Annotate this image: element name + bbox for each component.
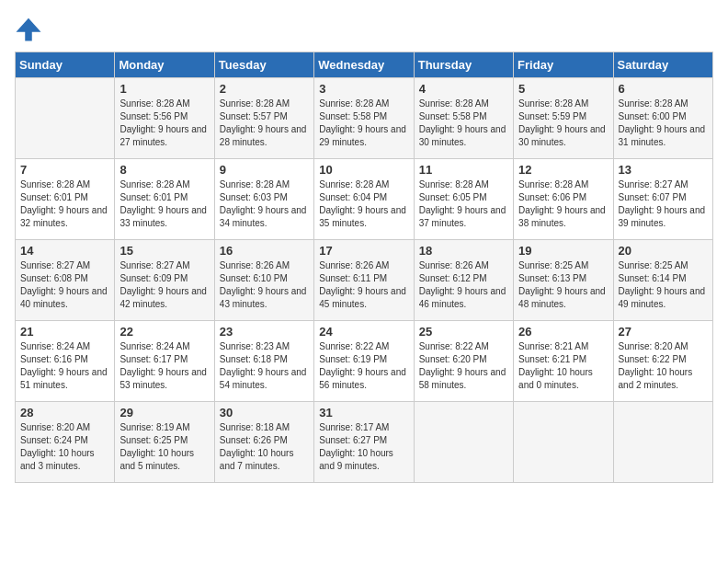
day-number: 21 <box>20 325 109 339</box>
cell-content: Sunrise: 8:24 AM Sunset: 6:16 PM Dayligh… <box>20 340 109 392</box>
cell-content: Sunrise: 8:26 AM Sunset: 6:10 PM Dayligh… <box>220 259 309 311</box>
cell-content: Sunrise: 8:24 AM Sunset: 6:17 PM Dayligh… <box>119 340 209 392</box>
day-number: 29 <box>119 406 209 419</box>
calendar-week-1: 1Sunrise: 8:28 AM Sunset: 5:56 PM Daylig… <box>16 78 713 159</box>
calendar-cell-6: 6Sunrise: 8:28 AM Sunset: 6:00 PM Daylig… <box>613 78 712 159</box>
day-number: 12 <box>518 163 608 177</box>
day-number: 27 <box>619 325 708 339</box>
cell-content: Sunrise: 8:20 AM Sunset: 6:24 PM Dayligh… <box>20 421 109 473</box>
cell-content: Sunrise: 8:25 AM Sunset: 6:14 PM Dayligh… <box>619 259 708 311</box>
day-number: 31 <box>319 406 408 419</box>
calendar-week-5: 28Sunrise: 8:20 AM Sunset: 6:24 PM Dayli… <box>16 402 713 483</box>
calendar-week-3: 14Sunrise: 8:27 AM Sunset: 6:08 PM Dayli… <box>16 240 713 321</box>
day-number: 7 <box>20 163 109 177</box>
calendar-cell-14: 14Sunrise: 8:27 AM Sunset: 6:08 PM Dayli… <box>16 240 115 321</box>
header-monday: Monday <box>115 52 214 78</box>
day-number: 8 <box>119 163 209 177</box>
day-number: 15 <box>119 244 209 258</box>
cell-content: Sunrise: 8:19 AM Sunset: 6:25 PM Dayligh… <box>119 421 209 473</box>
calendar-cell-empty <box>514 402 613 483</box>
day-number: 10 <box>319 163 408 177</box>
calendar-cell-empty <box>414 402 513 483</box>
calendar-cell-8: 8Sunrise: 8:28 AM Sunset: 6:01 PM Daylig… <box>115 159 214 240</box>
day-number: 24 <box>319 325 408 339</box>
day-number: 19 <box>518 244 608 258</box>
page-header <box>15 15 713 42</box>
cell-content: Sunrise: 8:28 AM Sunset: 6:00 PM Dayligh… <box>619 98 708 149</box>
header-friday: Friday <box>514 52 613 78</box>
calendar-cell-9: 9Sunrise: 8:28 AM Sunset: 6:03 PM Daylig… <box>214 159 313 240</box>
calendar-cell-empty <box>613 402 712 483</box>
calendar-cell-25: 25Sunrise: 8:22 AM Sunset: 6:20 PM Dayli… <box>414 321 513 402</box>
calendar-cell-11: 11Sunrise: 8:28 AM Sunset: 6:05 PM Dayli… <box>414 159 513 240</box>
cell-content: Sunrise: 8:21 AM Sunset: 6:21 PM Dayligh… <box>518 340 608 392</box>
cell-content: Sunrise: 8:28 AM Sunset: 6:05 PM Dayligh… <box>419 178 508 230</box>
cell-content: Sunrise: 8:27 AM Sunset: 6:07 PM Dayligh… <box>619 178 708 230</box>
svg-marker-0 <box>17 18 41 41</box>
calendar-cell-empty <box>16 78 115 159</box>
cell-content: Sunrise: 8:22 AM Sunset: 6:20 PM Dayligh… <box>419 340 508 392</box>
cell-content: Sunrise: 8:28 AM Sunset: 5:56 PM Dayligh… <box>119 98 209 149</box>
day-number: 16 <box>220 244 309 258</box>
cell-content: Sunrise: 8:28 AM Sunset: 5:58 PM Dayligh… <box>419 98 508 149</box>
cell-content: Sunrise: 8:23 AM Sunset: 6:18 PM Dayligh… <box>220 340 309 392</box>
calendar-cell-23: 23Sunrise: 8:23 AM Sunset: 6:18 PM Dayli… <box>214 321 313 402</box>
day-number: 22 <box>119 325 209 339</box>
cell-content: Sunrise: 8:28 AM Sunset: 6:03 PM Dayligh… <box>220 178 309 230</box>
cell-content: Sunrise: 8:28 AM Sunset: 6:06 PM Dayligh… <box>518 178 608 230</box>
day-number: 23 <box>220 325 309 339</box>
day-number: 14 <box>20 244 109 258</box>
cell-content: Sunrise: 8:26 AM Sunset: 6:12 PM Dayligh… <box>419 259 508 311</box>
calendar-cell-16: 16Sunrise: 8:26 AM Sunset: 6:10 PM Dayli… <box>214 240 313 321</box>
header-saturday: Saturday <box>613 52 712 78</box>
header-sunday: Sunday <box>16 52 115 78</box>
day-number: 2 <box>220 82 309 96</box>
day-number: 20 <box>619 244 708 258</box>
cell-content: Sunrise: 8:28 AM Sunset: 6:01 PM Dayligh… <box>119 178 209 230</box>
cell-content: Sunrise: 8:28 AM Sunset: 5:57 PM Dayligh… <box>220 98 309 149</box>
cell-content: Sunrise: 8:28 AM Sunset: 5:59 PM Dayligh… <box>518 98 608 149</box>
calendar-table: SundayMondayTuesdayWednesdayThursdayFrid… <box>15 52 713 483</box>
day-number: 18 <box>419 244 508 258</box>
calendar-cell-26: 26Sunrise: 8:21 AM Sunset: 6:21 PM Dayli… <box>514 321 613 402</box>
cell-content: Sunrise: 8:18 AM Sunset: 6:26 PM Dayligh… <box>220 421 309 473</box>
calendar-cell-13: 13Sunrise: 8:27 AM Sunset: 6:07 PM Dayli… <box>613 159 712 240</box>
cell-content: Sunrise: 8:22 AM Sunset: 6:19 PM Dayligh… <box>319 340 408 392</box>
calendar-cell-12: 12Sunrise: 8:28 AM Sunset: 6:06 PM Dayli… <box>514 159 613 240</box>
calendar-cell-15: 15Sunrise: 8:27 AM Sunset: 6:09 PM Dayli… <box>115 240 214 321</box>
cell-content: Sunrise: 8:17 AM Sunset: 6:27 PM Dayligh… <box>319 421 408 473</box>
calendar-cell-4: 4Sunrise: 8:28 AM Sunset: 5:58 PM Daylig… <box>414 78 513 159</box>
day-number: 26 <box>518 325 608 339</box>
day-number: 25 <box>419 325 508 339</box>
calendar-cell-1: 1Sunrise: 8:28 AM Sunset: 5:56 PM Daylig… <box>115 78 214 159</box>
day-number: 5 <box>518 82 608 96</box>
logo-icon <box>15 15 42 42</box>
day-number: 17 <box>319 244 408 258</box>
day-number: 30 <box>220 406 309 419</box>
day-number: 3 <box>319 82 408 96</box>
calendar-cell-7: 7Sunrise: 8:28 AM Sunset: 6:01 PM Daylig… <box>16 159 115 240</box>
day-number: 28 <box>20 406 109 419</box>
header-wednesday: Wednesday <box>314 52 414 78</box>
cell-content: Sunrise: 8:28 AM Sunset: 6:04 PM Dayligh… <box>319 178 408 230</box>
calendar-cell-2: 2Sunrise: 8:28 AM Sunset: 5:57 PM Daylig… <box>214 78 313 159</box>
day-number: 11 <box>419 163 508 177</box>
calendar-cell-17: 17Sunrise: 8:26 AM Sunset: 6:11 PM Dayli… <box>314 240 414 321</box>
calendar-cell-19: 19Sunrise: 8:25 AM Sunset: 6:13 PM Dayli… <box>514 240 613 321</box>
calendar-week-2: 7Sunrise: 8:28 AM Sunset: 6:01 PM Daylig… <box>16 159 713 240</box>
calendar-cell-10: 10Sunrise: 8:28 AM Sunset: 6:04 PM Dayli… <box>314 159 414 240</box>
calendar-cell-22: 22Sunrise: 8:24 AM Sunset: 6:17 PM Dayli… <box>115 321 214 402</box>
cell-content: Sunrise: 8:27 AM Sunset: 6:09 PM Dayligh… <box>119 259 209 311</box>
day-number: 9 <box>220 163 309 177</box>
day-number: 13 <box>619 163 708 177</box>
calendar-cell-18: 18Sunrise: 8:26 AM Sunset: 6:12 PM Dayli… <box>414 240 513 321</box>
cell-content: Sunrise: 8:27 AM Sunset: 6:08 PM Dayligh… <box>20 259 109 311</box>
calendar-cell-21: 21Sunrise: 8:24 AM Sunset: 6:16 PM Dayli… <box>16 321 115 402</box>
calendar-cell-27: 27Sunrise: 8:20 AM Sunset: 6:22 PM Dayli… <box>613 321 712 402</box>
calendar-cell-5: 5Sunrise: 8:28 AM Sunset: 5:59 PM Daylig… <box>514 78 613 159</box>
logo <box>15 15 46 42</box>
calendar-cell-30: 30Sunrise: 8:18 AM Sunset: 6:26 PM Dayli… <box>214 402 313 483</box>
calendar-cell-29: 29Sunrise: 8:19 AM Sunset: 6:25 PM Dayli… <box>115 402 214 483</box>
day-number: 4 <box>419 82 508 96</box>
calendar-cell-28: 28Sunrise: 8:20 AM Sunset: 6:24 PM Dayli… <box>16 402 115 483</box>
